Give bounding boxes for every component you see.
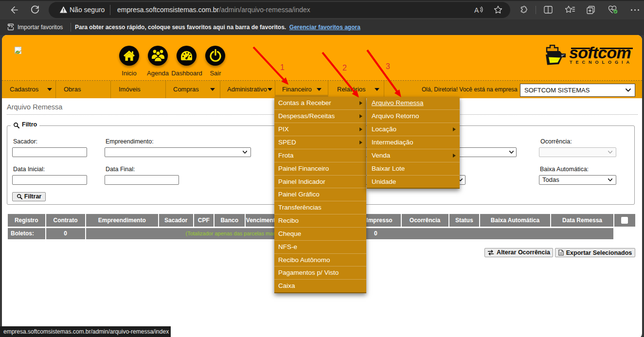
svg-text:2: 2 [342, 64, 347, 72]
svg-text:1: 1 [280, 63, 285, 71]
svg-text:3: 3 [386, 62, 390, 71]
